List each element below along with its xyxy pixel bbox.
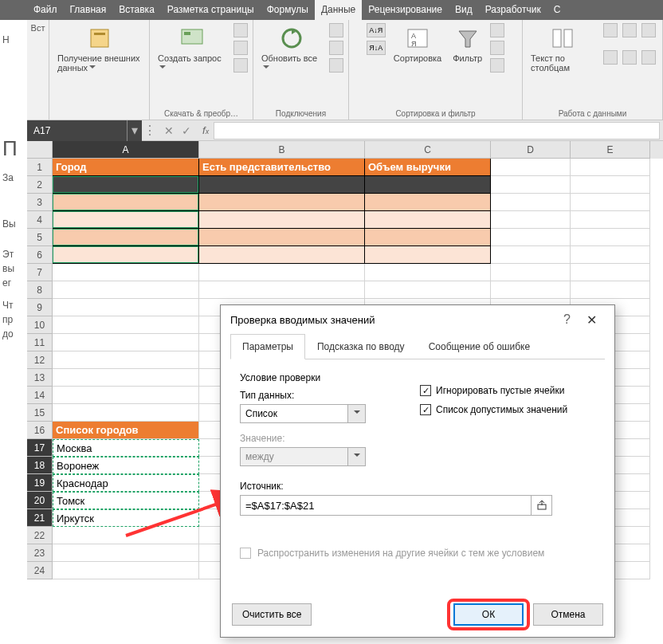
row-header-20[interactable]: 20 bbox=[27, 492, 53, 509]
formula-input[interactable] bbox=[214, 122, 660, 139]
cell-A11[interactable] bbox=[53, 334, 199, 351]
row-header-11[interactable]: 11 bbox=[27, 334, 53, 351]
data-validation-button[interactable] bbox=[641, 23, 656, 37]
row-header-8[interactable]: 8 bbox=[27, 281, 53, 299]
row-header-6[interactable]: 6 bbox=[27, 246, 53, 264]
cell-A16[interactable]: Список городов bbox=[53, 422, 199, 439]
cell-B7[interactable] bbox=[199, 264, 365, 281]
cell-A3[interactable] bbox=[53, 194, 199, 211]
cell-A10[interactable] bbox=[53, 316, 199, 334]
tab-data[interactable]: Данные bbox=[315, 0, 362, 20]
cell-B6[interactable] bbox=[199, 246, 365, 264]
sort-desc-button[interactable]: Я↓А bbox=[367, 41, 386, 55]
cell-A6[interactable] bbox=[53, 246, 199, 264]
reapply-filter-button[interactable] bbox=[490, 41, 504, 55]
row-header-21[interactable]: 21 bbox=[27, 509, 53, 527]
row-header-24[interactable]: 24 bbox=[27, 562, 53, 579]
cell-D2[interactable] bbox=[491, 176, 571, 194]
tab-page-layout[interactable]: Разметка страницы bbox=[161, 0, 261, 20]
row-header-1[interactable]: 1 bbox=[27, 159, 53, 176]
select-all-corner[interactable] bbox=[27, 141, 53, 159]
mini-conn-2[interactable] bbox=[329, 41, 343, 55]
col-header-e[interactable]: E bbox=[571, 141, 650, 159]
cell-A14[interactable] bbox=[53, 387, 199, 404]
cell-A24[interactable] bbox=[53, 562, 199, 579]
dialog-title-bar[interactable]: Проверка вводимых значений ? ✕ bbox=[221, 305, 614, 334]
cell-B2[interactable] bbox=[199, 176, 365, 194]
cell-A2[interactable] bbox=[53, 176, 199, 194]
cell-C1[interactable]: Объем выручки bbox=[365, 159, 491, 176]
cell-E4[interactable] bbox=[571, 211, 650, 229]
col-header-b[interactable]: B bbox=[199, 141, 365, 159]
help-icon[interactable]: ? bbox=[555, 312, 579, 327]
sort-button[interactable]: AЯ Сортировка bbox=[390, 23, 445, 65]
ignore-blank-checkbox[interactable]: ✓ Игнорировать пустые ячейки bbox=[420, 385, 567, 396]
cell-A13[interactable] bbox=[53, 369, 199, 387]
cell-E8[interactable] bbox=[571, 281, 650, 299]
cell-C4[interactable] bbox=[365, 211, 491, 229]
cell-E7[interactable] bbox=[571, 264, 650, 281]
text-to-columns-button[interactable]: Текст по столбцам bbox=[528, 23, 597, 74]
tab-more[interactable]: С bbox=[547, 0, 567, 20]
advanced-filter-button[interactable] bbox=[490, 58, 504, 73]
row-header-22[interactable]: 22 bbox=[27, 527, 53, 544]
row-header-17[interactable]: 17 bbox=[27, 439, 53, 457]
cell-D3[interactable] bbox=[491, 194, 571, 211]
cell-C6[interactable] bbox=[365, 246, 491, 264]
name-box[interactable]: A17 bbox=[27, 120, 128, 141]
cell-A8[interactable] bbox=[53, 281, 199, 299]
tab-file[interactable]: Файл bbox=[27, 0, 64, 20]
cell-A1[interactable]: Город bbox=[53, 159, 199, 176]
refresh-all-button[interactable]: Обновить все bbox=[258, 23, 324, 74]
cell-A12[interactable] bbox=[53, 351, 199, 369]
cell-D7[interactable] bbox=[491, 264, 571, 281]
sort-asc-button[interactable]: А↓Я bbox=[367, 23, 386, 37]
tab-error-alert[interactable]: Сообщение об ошибке bbox=[417, 334, 542, 359]
row-header-4[interactable]: 4 bbox=[27, 211, 53, 229]
manage-data-model-button[interactable] bbox=[641, 50, 656, 65]
cell-A18[interactable]: Воронеж bbox=[53, 457, 199, 474]
row-header-18[interactable]: 18 bbox=[27, 457, 53, 474]
cell-D1[interactable] bbox=[491, 159, 571, 176]
remove-dup-button[interactable] bbox=[622, 23, 637, 37]
tab-developer[interactable]: Разработчик bbox=[479, 0, 547, 20]
cell-C2[interactable] bbox=[365, 176, 491, 194]
mini-btn-3[interactable] bbox=[233, 58, 248, 73]
cell-A9[interactable] bbox=[53, 299, 199, 316]
cell-B4[interactable] bbox=[199, 211, 365, 229]
cell-B1[interactable]: Есть представительство bbox=[199, 159, 365, 176]
cell-C3[interactable] bbox=[365, 194, 491, 211]
col-header-a[interactable]: A bbox=[53, 141, 199, 159]
row-header-2[interactable]: 2 bbox=[27, 176, 53, 194]
cell-B3[interactable] bbox=[199, 194, 365, 211]
cell-C5[interactable] bbox=[365, 229, 491, 246]
enter-formula-icon[interactable]: ✓ bbox=[182, 124, 191, 137]
cell-E2[interactable] bbox=[571, 176, 650, 194]
tab-parameters[interactable]: Параметры bbox=[230, 334, 305, 359]
cell-C8[interactable] bbox=[365, 281, 491, 299]
get-external-data-button[interactable]: Получение внешних данных bbox=[54, 23, 144, 74]
cell-E3[interactable] bbox=[571, 194, 650, 211]
clear-all-button[interactable]: Очистить все bbox=[232, 603, 312, 626]
row-header-12[interactable]: 12 bbox=[27, 351, 53, 369]
cell-A7[interactable] bbox=[53, 264, 199, 281]
row-header-16[interactable]: 16 bbox=[27, 422, 53, 439]
type-combobox[interactable]: Список bbox=[240, 404, 366, 423]
col-header-c[interactable]: C bbox=[365, 141, 491, 159]
row-header-13[interactable]: 13 bbox=[27, 369, 53, 387]
tab-view[interactable]: Вид bbox=[449, 0, 479, 20]
cell-D5[interactable] bbox=[491, 229, 571, 246]
col-header-d[interactable]: D bbox=[491, 141, 571, 159]
cell-A19[interactable]: Краснодар bbox=[53, 474, 199, 492]
row-header-10[interactable]: 10 bbox=[27, 316, 53, 334]
row-header-19[interactable]: 19 bbox=[27, 474, 53, 492]
cell-C7[interactable] bbox=[365, 264, 491, 281]
row-header-5[interactable]: 5 bbox=[27, 229, 53, 246]
cell-A20[interactable]: Томск bbox=[53, 492, 199, 509]
mini-btn-2[interactable] bbox=[233, 41, 248, 55]
mini-conn-1[interactable] bbox=[329, 23, 343, 37]
mini-btn-1[interactable] bbox=[233, 23, 248, 37]
cell-B8[interactable] bbox=[199, 281, 365, 299]
row-header-3[interactable]: 3 bbox=[27, 194, 53, 211]
consolidate-button[interactable] bbox=[603, 50, 618, 65]
